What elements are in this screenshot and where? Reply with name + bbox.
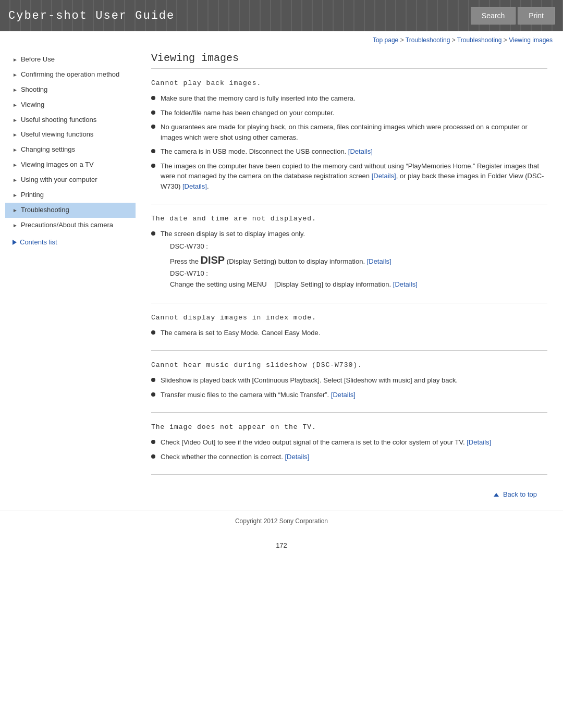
list-item: The camera is set to Easy Mode. Cancel E… (151, 328, 547, 338)
sidebar-label-useful-viewing: Useful viewing functions (21, 130, 130, 139)
header-buttons: Search Print (471, 7, 555, 24)
bullet-text: The screen display is set to display ima… (161, 230, 305, 238)
list-item: Check whether the connection is correct.… (151, 452, 547, 462)
bullet-icon (151, 454, 155, 459)
details-link-usb[interactable]: [Details] (348, 147, 373, 155)
page-title: Viewing images (151, 52, 547, 69)
bullet-text: The camera is set to Easy Mode. Cancel E… (161, 328, 320, 338)
search-button[interactable]: Search (471, 7, 516, 24)
sidebar-item-changing-settings[interactable]: ► Changing settings (5, 142, 136, 157)
section-music-slideshow: Cannot hear music during slideshow (DSC-… (151, 361, 547, 413)
arrow-icon-before-use: ► (13, 56, 18, 63)
contents-list-link[interactable]: Contents list (5, 233, 136, 249)
arrow-icon-precautions: ► (13, 222, 18, 229)
list-item: Transfer music files to the camera with … (151, 390, 547, 400)
arrow-icon-confirming: ► (13, 71, 18, 78)
section-index-mode: Cannot display images in index mode. The… (151, 314, 547, 351)
bullet-list-music: Slideshow is played back with [Continuou… (151, 375, 547, 400)
sidebar: ► Before Use ► Confirming the operation … (5, 47, 136, 511)
sidebar-label-changing: Changing settings (21, 145, 130, 154)
main-layout: ► Before Use ► Confirming the operation … (0, 47, 563, 511)
arrow-icon-viewing: ► (13, 102, 18, 108)
arrow-icon-changing: ► (13, 146, 18, 153)
section-title-cannot-playback: Cannot play back images. (151, 79, 547, 87)
breadcrumb-troubleshooting1[interactable]: Troubleshooting (406, 36, 450, 44)
details-link-folder[interactable]: [Details] (182, 182, 207, 190)
details-link-dsc730-disp[interactable]: [Details] (367, 257, 391, 265)
bullet-icon (151, 110, 155, 115)
list-item: The screen display is set to display ima… (151, 229, 547, 290)
bullet-icon (151, 149, 155, 153)
sidebar-item-precautions[interactable]: ► Precautions/About this camera (5, 218, 136, 233)
header-title: Cyber-shot User Guide (8, 9, 175, 22)
bullet-text: No guarantees are made for playing back,… (161, 122, 547, 142)
bullet-list-index-mode: The camera is set to Easy Mode. Cancel E… (151, 328, 547, 338)
details-link-connection[interactable]: [Details] (285, 453, 309, 461)
disp-text: DISP (201, 254, 225, 266)
details-link-db[interactable]: [Details] (372, 172, 396, 180)
details-link-video-out[interactable]: [Details] (467, 438, 491, 446)
bullet-list-cannot-playback: Make sure that the memory card is fully … (151, 93, 547, 191)
section-cannot-playback: Cannot play back images. Make sure that … (151, 79, 547, 204)
sidebar-item-useful-viewing[interactable]: ► Useful viewing functions (5, 127, 136, 142)
bullet-icon (151, 96, 155, 100)
content-area: Viewing images Cannot play back images. … (136, 47, 558, 511)
contents-list-label: Contents list (20, 238, 57, 246)
dsc730-label: DSC-W730 : (170, 242, 208, 250)
arrow-icon-troubleshooting: ► (13, 207, 18, 214)
back-to-top-link[interactable]: Back to top (494, 490, 537, 498)
sidebar-item-computer[interactable]: ► Using with your computer (5, 172, 136, 188)
arrow-icon-useful-shooting: ► (13, 117, 18, 124)
sidebar-item-troubleshooting[interactable]: ► Troubleshooting (5, 203, 136, 218)
sidebar-item-viewing-tv[interactable]: ► Viewing images on a TV (5, 157, 136, 172)
list-item: Slideshow is played back with [Continuou… (151, 375, 547, 386)
bullet-icon (151, 378, 155, 382)
sidebar-item-useful-shooting[interactable]: ► Useful shooting functions (5, 113, 136, 128)
sidebar-label-shooting: Shooting (21, 85, 130, 94)
bullet-icon (151, 440, 155, 444)
details-link-music[interactable]: [Details] (331, 391, 356, 399)
bullet-text: The camera is in USB mode. Disconnect th… (161, 146, 373, 157)
breadcrumb-top[interactable]: Top page (373, 36, 398, 44)
list-item: The camera is in USB mode. Disconnect th… (151, 146, 547, 157)
sidebar-label-troubleshooting: Troubleshooting (21, 206, 130, 215)
dsc710-text: Change the setting using MENU [Display S… (170, 280, 418, 288)
bullet-icon (151, 164, 155, 168)
bullet-list-tv: Check [Video Out] to see if the video ou… (151, 437, 547, 462)
bullet-text: Check whether the connection is correct.… (161, 452, 309, 462)
page-number: 172 (0, 531, 563, 554)
breadcrumb: Top page > Troubleshooting > Troubleshoo… (0, 31, 563, 47)
breadcrumb-viewing-images[interactable]: Viewing images (509, 36, 553, 44)
section-title-tv-image: The image does not appear on the TV. (151, 423, 547, 431)
arrow-icon-printing: ► (13, 192, 18, 199)
sidebar-item-shooting[interactable]: ► Shooting (5, 82, 136, 97)
bullet-list-date-time: The screen display is set to display ima… (151, 229, 547, 290)
footer: Copyright 2012 Sony Corporation (0, 511, 563, 531)
arrow-icon-useful-viewing: ► (13, 131, 18, 138)
details-link-dsc710-disp[interactable]: [Details] (393, 280, 418, 288)
bullet-icon (151, 231, 155, 236)
bullet-icon (151, 330, 155, 335)
sidebar-label-viewing: Viewing (21, 101, 130, 109)
section-date-time: The date and time are not displayed. The… (151, 215, 547, 303)
sidebar-label-before-use: Before Use (21, 55, 130, 64)
sidebar-item-viewing[interactable]: ► Viewing (5, 97, 136, 113)
arrow-icon-shooting: ► (13, 87, 18, 93)
sidebar-item-confirming[interactable]: ► Confirming the operation method (5, 67, 136, 82)
section-title-music-slideshow: Cannot hear music during slideshow (DSC-… (151, 361, 547, 369)
dsc730-press-text: Press the DISP (Display Setting) button … (170, 257, 391, 265)
sidebar-item-before-use[interactable]: ► Before Use (5, 52, 136, 67)
bullet-text: Transfer music files to the camera with … (161, 390, 356, 400)
section-tv-image: The image does not appear on the TV. Che… (151, 423, 547, 475)
sidebar-label-viewing-tv: Viewing images on a TV (21, 161, 130, 169)
section-title-index-mode: Cannot display images in index mode. (151, 314, 547, 322)
bullet-text: The images on the computer have been cop… (161, 161, 547, 192)
print-button[interactable]: Print (518, 7, 555, 24)
breadcrumb-troubleshooting2[interactable]: Troubleshooting (457, 36, 502, 44)
contents-list-arrow-icon (13, 240, 17, 245)
sidebar-label-confirming: Confirming the operation method (21, 70, 130, 79)
copyright-text: Copyright 2012 Sony Corporation (235, 517, 328, 525)
list-item: No guarantees are made for playing back,… (151, 122, 547, 142)
sidebar-item-printing[interactable]: ► Printing (5, 188, 136, 203)
bullet-icon (151, 392, 155, 397)
